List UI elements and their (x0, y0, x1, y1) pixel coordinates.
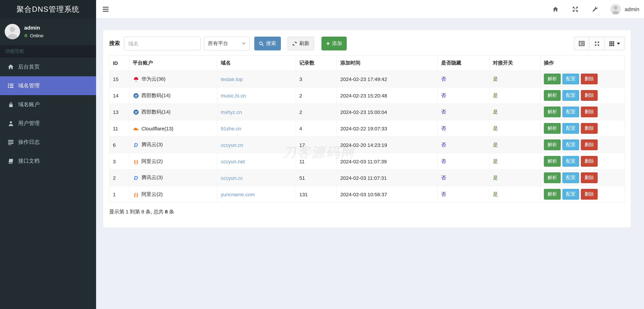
wrench-icon[interactable] (586, 6, 605, 12)
config-button[interactable]: 配置 (562, 172, 579, 183)
sidebar-item-dashboard[interactable]: 后台首页 (0, 58, 96, 76)
aliyun-icon: (-) (133, 192, 139, 197)
resolve-button[interactable]: 解析 (544, 189, 561, 200)
aliyun-icon: (-) (133, 159, 139, 164)
domain-link[interactable]: 91she.cn (221, 126, 241, 131)
config-button[interactable]: 配置 (562, 156, 579, 167)
cell-id: 15 (109, 71, 129, 87)
cell-hidden: 否 (438, 87, 489, 104)
home-icon[interactable] (546, 6, 566, 12)
delete-button[interactable]: 删除 (581, 140, 598, 150)
sidebar-item-users[interactable]: 用户管理 (0, 114, 96, 133)
domain-link[interactable]: cccyun.cn (221, 142, 243, 148)
sidebar-item-api-docs[interactable]: 接口文档 (0, 152, 96, 170)
content-area: 搜索 所有平台 搜索 刷新 + 添加 (96, 18, 644, 309)
delete-button[interactable]: 删除 (581, 189, 598, 200)
domain-link[interactable]: cccyun.net (221, 158, 245, 164)
navbar-right: admin (546, 0, 639, 18)
resolve-button[interactable]: 解析 (544, 172, 561, 183)
columns-dropdown-button[interactable] (605, 37, 625, 50)
switch-flag-link[interactable]: 是 (493, 191, 498, 197)
hidden-flag-link[interactable]: 否 (441, 92, 446, 98)
detail-view-button[interactable] (574, 37, 589, 50)
resolve-button[interactable]: 解析 (544, 106, 561, 117)
domain-link[interactable]: music.hi.cn (221, 92, 246, 98)
resolve-button[interactable]: 解析 (544, 123, 561, 134)
delete-button[interactable]: 删除 (581, 123, 598, 134)
user-status-label: Online (30, 33, 44, 38)
resolve-button[interactable]: 解析 (544, 90, 561, 101)
sidebar-nav-header: 功能导航 (0, 45, 96, 58)
delete-button[interactable]: 删除 (581, 74, 598, 84)
hidden-flag-link[interactable]: 否 (441, 125, 446, 131)
config-button[interactable]: 配置 (562, 123, 579, 134)
cell-records: 51 (296, 170, 337, 186)
sidebar-item-accounts[interactable]: 域名账户 (0, 95, 96, 114)
app-root: 聚合DNS管理系统 admin Online 功能导航 后台首页 域名管理 (0, 0, 644, 309)
fullscreen-icon[interactable] (566, 6, 586, 12)
switch-flag-link[interactable]: 是 (493, 142, 498, 147)
switch-flag-link[interactable]: 是 (493, 109, 498, 114)
sidebar-toggle-icon[interactable] (103, 5, 111, 13)
search-input[interactable] (124, 37, 200, 50)
domain-link[interactable]: cccyun.cc (221, 175, 243, 181)
hidden-flag-link[interactable]: 否 (441, 76, 446, 82)
config-button[interactable]: 配置 (562, 106, 579, 117)
cell-id: 6 (109, 136, 129, 153)
cell-actions: 解析配置删除 (540, 186, 625, 202)
cell-records: 2 (296, 87, 337, 104)
cell-actions: 解析配置删除 (540, 87, 625, 104)
hidden-flag-link[interactable]: 否 (441, 142, 446, 147)
sidebar-item-label: 域名账户 (18, 101, 40, 108)
hidden-flag-link[interactable]: 否 (441, 158, 446, 164)
domain-link[interactable]: testae.top (221, 76, 243, 82)
cell-added: 2024-02-03 11:07:31 (337, 170, 438, 186)
domain-link[interactable]: mxhyz.cn (221, 109, 242, 115)
hidden-flag-link[interactable]: 否 (441, 109, 446, 114)
avatar[interactable] (610, 4, 621, 14)
hidden-flag-link[interactable]: 否 (441, 174, 446, 180)
switch-flag-link[interactable]: 是 (493, 158, 498, 164)
config-button[interactable]: 配置 (562, 140, 579, 150)
cell-id: 1 (109, 186, 129, 202)
sidebar-item-domains[interactable]: 域名管理 (0, 76, 96, 95)
delete-button[interactable]: 删除 (581, 90, 598, 101)
hidden-flag-link[interactable]: 否 (441, 191, 446, 197)
add-button-label: 添加 (332, 40, 342, 47)
resolve-button[interactable]: 解析 (544, 74, 561, 84)
cell-records: 3 (296, 71, 337, 87)
platform-select[interactable]: 所有平台 (204, 37, 250, 50)
cell-platform: D腾讯云(3) (129, 170, 217, 186)
search-button[interactable]: 搜索 (254, 37, 281, 50)
fullscreen-table-button[interactable] (589, 37, 605, 50)
cell-domain: cccyun.cn (217, 136, 296, 153)
add-button[interactable]: + 添加 (322, 37, 347, 50)
delete-button[interactable]: 删除 (581, 106, 598, 117)
switch-flag-link[interactable]: 是 (493, 76, 498, 82)
table-row: 15华为云(36)testae.top32024-02-23 17:49:42否… (109, 71, 625, 87)
resolve-button[interactable]: 解析 (544, 140, 561, 150)
navbar-username[interactable]: admin (625, 6, 639, 12)
online-dot-icon (24, 34, 28, 37)
switch-flag-link[interactable]: 是 (493, 92, 498, 98)
delete-button[interactable]: 删除 (581, 156, 598, 167)
sidebar-user-panel: admin Online (0, 18, 96, 45)
switch-flag-link[interactable]: 是 (493, 174, 498, 180)
config-button[interactable]: 配置 (562, 74, 579, 84)
user-name: admin (24, 25, 44, 31)
cell-switch: 是 (489, 170, 540, 186)
config-button[interactable]: 配置 (562, 189, 579, 200)
config-button[interactable]: 配置 (562, 90, 579, 101)
resolve-button[interactable]: 解析 (544, 156, 561, 167)
sidebar-item-logs[interactable]: 操作日志 (0, 133, 96, 152)
sidebar-item-label: 接口文档 (18, 158, 40, 164)
top-navbar: admin (96, 0, 644, 19)
cell-platform: W西部数码(14) (129, 104, 217, 120)
platform-label: 腾讯云(3) (142, 142, 163, 147)
switch-flag-link[interactable]: 是 (493, 125, 498, 131)
west-icon: W (133, 93, 139, 98)
refresh-button[interactable]: 刷新 (288, 37, 314, 50)
refresh-button-label: 刷新 (299, 40, 310, 47)
domain-link[interactable]: yuncname.com (221, 192, 255, 197)
delete-button[interactable]: 删除 (581, 172, 598, 183)
